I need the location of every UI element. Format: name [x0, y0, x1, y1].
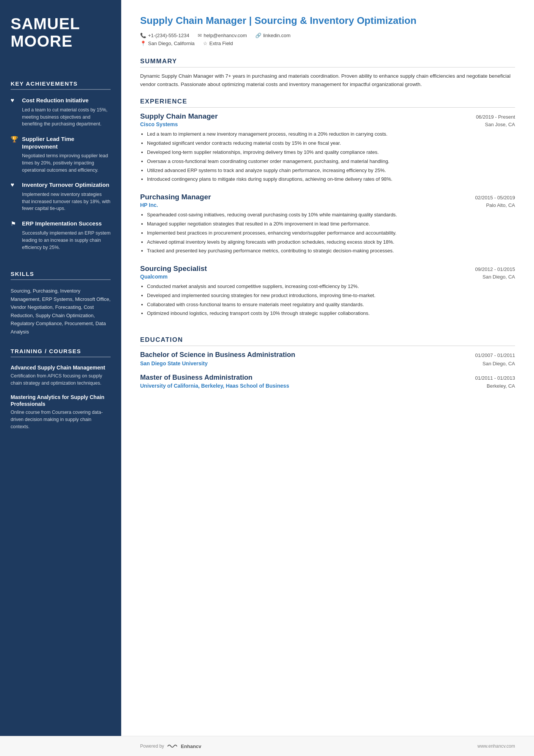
achievements-list: ♥ Cost Reduction Initiative Led a team t…	[11, 97, 111, 258]
bullet: Conducted market analysis and sourced co…	[147, 283, 515, 291]
resume-headline: Supply Chain Manager | Sourcing & Invent…	[140, 14, 515, 27]
contact-row-2: 📍 San Diego, California ☆ Extra Field	[140, 41, 515, 46]
summary-text: Dynamic Supply Chain Manager with 7+ yea…	[140, 72, 515, 89]
achievement-title-2: Supplier Lead Time Improvement	[22, 135, 111, 150]
email-icon: ✉	[198, 33, 202, 38]
bullet: Collaborated with cross-functional teams…	[147, 301, 515, 309]
exp-company-3: Qualcomm	[140, 274, 167, 280]
training-title-2: Mastering Analytics for Supply Chain Pro…	[11, 394, 111, 407]
exp-role-1: Supply Chain Manager	[140, 112, 218, 121]
achievement-desc-4: Successfully implemented an ERP system l…	[11, 230, 111, 251]
bullet: Oversaw a cross-functional team coordina…	[147, 158, 515, 166]
achievement-item: ♥ Inventory Turnover Optimization Implem…	[11, 181, 111, 212]
achievement-icon-2: 🏆	[11, 136, 18, 143]
contact-email: ✉ help@enhancv.com	[198, 33, 247, 38]
exp-dates-1: 06/2019 - Present	[476, 114, 515, 120]
achievement-item: ♥ Cost Reduction Initiative Led a team t…	[11, 97, 111, 128]
powered-by-label: Powered by	[140, 743, 164, 749]
edu-degree-1: Bachelor of Science in Business Administ…	[140, 351, 295, 359]
exp-location-3: San Diego, CA	[482, 274, 515, 280]
skills-text: Sourcing, Purchasing, Inventory Manageme…	[11, 287, 111, 336]
achievement-desc-3: Implemented new inventory strategies tha…	[11, 191, 111, 212]
edu-location-2: Berkeley, CA	[487, 383, 515, 389]
training-item-2: Mastering Analytics for Supply Chain Pro…	[11, 394, 111, 430]
exp-role-3: Sourcing Specialist	[140, 265, 207, 273]
bullet: Negotiated significant vendor contracts …	[147, 139, 515, 147]
exp-bullets-2: Spearheaded cost-saving initiatives, red…	[140, 211, 515, 255]
exp-role-2: Purchasing Manager	[140, 193, 211, 201]
achievement-icon-1: ♥	[11, 97, 18, 104]
contact-linkedin: 🔗 linkedin.com	[255, 33, 290, 38]
bullet: Introduced contingency plans to mitigate…	[147, 175, 515, 183]
edu-dates-2: 01/2011 - 01/2013	[475, 375, 515, 381]
exp-company-1: Cisco Systems	[140, 121, 178, 127]
contact-location: 📍 San Diego, California	[140, 41, 195, 46]
training-list: Advanced Supply Chain Management Certifi…	[11, 364, 111, 437]
sidebar: SAMUEL MOORE KEY ACHIEVEMENTS ♥ Cost Red…	[0, 0, 121, 736]
linkedin-icon: 🔗	[255, 33, 261, 38]
achievements-section-title: KEY ACHIEVEMENTS	[11, 80, 111, 90]
enhancv-logo-icon	[167, 743, 178, 749]
bullet: Developed and implemented sourcing strat…	[147, 292, 515, 300]
education-item-2: Master of Business Administration 01/201…	[140, 373, 515, 389]
main-content: Supply Chain Manager | Sourcing & Invent…	[121, 0, 534, 736]
experience-item-1: Supply Chain Manager 06/2019 - Present C…	[140, 112, 515, 185]
edu-school-2: University of California, Berkeley, Haas…	[140, 383, 289, 389]
edu-location-1: San Diego, CA	[482, 361, 515, 366]
training-title-1: Advanced Supply Chain Management	[11, 364, 111, 371]
phone-icon: 📞	[140, 33, 146, 38]
brand-name: Enhancv	[181, 743, 201, 749]
achievement-item: 🏆 Supplier Lead Time Improvement Negotia…	[11, 135, 111, 174]
training-item-1: Advanced Supply Chain Management Certifi…	[11, 364, 111, 387]
bullet: Utilized advanced ERP systems to track a…	[147, 167, 515, 175]
contact-extra: ☆ Extra Field	[203, 41, 233, 46]
achievement-icon-3: ♥	[11, 182, 18, 188]
bullet: Achieved optimal inventory levels by ali…	[147, 238, 515, 246]
edu-school-1: San Diego State University	[140, 360, 208, 366]
exp-location-2: Palo Alto, CA	[486, 202, 515, 208]
exp-company-2: HP Inc.	[140, 202, 158, 208]
footer: Powered by Enhancv www.enhancv.com	[0, 736, 534, 756]
summary-section-title: SUMMARY	[140, 58, 515, 67]
bullet: Spearheaded cost-saving initiatives, red…	[147, 211, 515, 219]
bullet: Implemented best practices in procuremen…	[147, 229, 515, 237]
footer-website: www.enhancv.com	[478, 743, 515, 749]
achievement-title-1: Cost Reduction Initiative	[22, 97, 89, 104]
footer-left: Powered by Enhancv	[19, 743, 201, 749]
exp-dates-3: 09/2012 - 01/2015	[475, 266, 515, 272]
bullet: Developed long-term supplier relationshi…	[147, 149, 515, 157]
bullet: Led a team to implement a new inventory …	[147, 130, 515, 138]
skills-section-title: SKILLS	[11, 271, 111, 280]
location-icon: 📍	[140, 41, 146, 46]
bullet: Optimized inbound logistics, reducing tr…	[147, 310, 515, 318]
achievement-title-4: ERP Implementation Success	[22, 220, 102, 227]
exp-location-1: San Jose, CA	[485, 122, 515, 127]
star-icon: ☆	[203, 41, 208, 46]
exp-bullets-1: Led a team to implement a new inventory …	[140, 130, 515, 183]
experience-section-title: EXPERIENCE	[140, 98, 515, 108]
bullet: Tracked and presented key purchasing per…	[147, 247, 515, 255]
achievement-desc-1: Led a team to cut material costs by 15%,…	[11, 106, 111, 128]
training-section-title: TRAINING / COURSES	[11, 348, 111, 357]
achievement-item: ⚑ ERP Implementation Success Successfull…	[11, 220, 111, 251]
training-desc-1: Certification from APICS focusing on sup…	[11, 373, 111, 387]
contact-row: 📞 +1-(234)-555-1234 ✉ help@enhancv.com 🔗…	[140, 33, 515, 38]
achievement-title-3: Inventory Turnover Optimization	[22, 181, 109, 189]
experience-item-3: Sourcing Specialist 09/2012 - 01/2015 Qu…	[140, 265, 515, 319]
bullet: Managed supplier negotiation strategies …	[147, 220, 515, 228]
edu-dates-1: 01/2007 - 01/2011	[475, 352, 515, 358]
achievement-desc-2: Negotiated terms improving supplier lead…	[11, 152, 111, 174]
contact-phone: 📞 +1-(234)-555-1234	[140, 33, 189, 38]
experience-item-2: Purchasing Manager 02/2015 - 05/2019 HP …	[140, 193, 515, 256]
education-item-1: Bachelor of Science in Business Administ…	[140, 351, 515, 366]
education-section-title: EDUCATION	[140, 336, 515, 346]
edu-degree-2: Master of Business Administration	[140, 373, 252, 382]
training-desc-2: Online course from Coursera covering dat…	[11, 409, 111, 430]
exp-bullets-3: Conducted market analysis and sourced co…	[140, 283, 515, 318]
achievement-icon-4: ⚑	[11, 220, 18, 227]
exp-dates-2: 02/2015 - 05/2019	[475, 195, 515, 200]
candidate-name: SAMUEL MOORE	[11, 15, 111, 50]
